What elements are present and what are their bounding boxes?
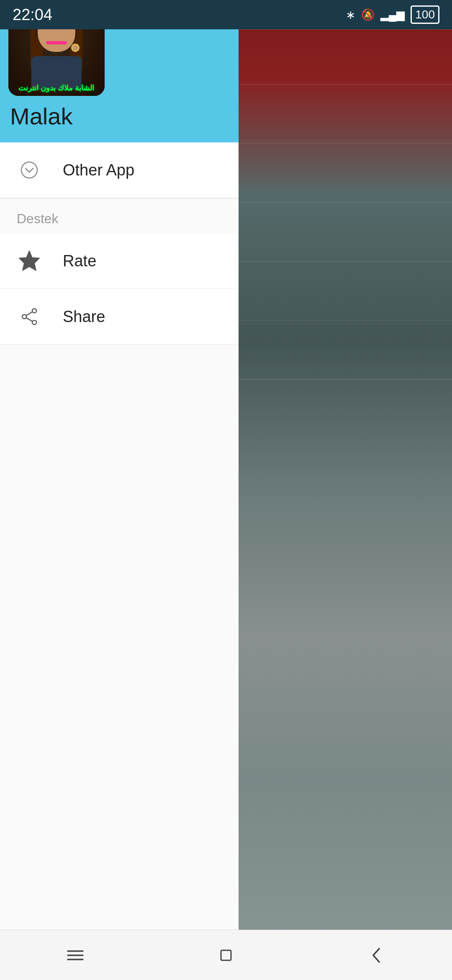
arabic-subtitle: الشابة ملاك بدون انترنت [8,83,105,93]
app-title: Malak [8,103,239,130]
battery-indicator: 100 [411,5,439,24]
bluetooth-icon: ∗ [346,8,355,22]
rate-menu-item[interactable]: Rate [0,233,239,289]
share-label: Share [63,308,105,326]
back-nav-button[interactable] [360,939,393,972]
bottom-navigation [0,930,452,980]
svg-point-3 [32,320,36,325]
status-bar: 22:04 ∗ 🔕 ▂▄▆ 100 [0,0,452,29]
svg-marker-1 [19,250,39,271]
support-section-label: Destek [0,199,239,233]
svg-point-2 [32,309,36,313]
rate-label: Rate [63,252,96,270]
other-app-menu-item[interactable]: Other App [0,142,239,198]
status-time: 22:04 [13,6,52,24]
svg-rect-10 [221,950,231,960]
home-nav-button[interactable] [209,939,243,972]
menu-nav-button[interactable] [59,939,92,972]
status-icons: ∗ 🔕 ▂▄▆ 100 [346,5,439,24]
dropdown-icon [17,157,42,183]
share-menu-item[interactable]: Share [0,289,239,345]
svg-line-6 [26,318,33,322]
vibrate-icon: 🔕 [361,8,375,21]
navigation-drawer: الشابة ملاك بدون انترنت Malak Other App … [0,0,239,980]
signal-icon: ▂▄▆ [380,8,405,21]
drawer-menu: Other App Destek Rate [0,142,239,980]
right-content-lines [239,0,452,980]
svg-point-0 [21,162,37,178]
svg-point-4 [22,315,26,319]
svg-line-5 [26,312,33,316]
star-icon [17,248,42,273]
share-icon [17,304,42,329]
other-app-label: Other App [63,161,134,179]
